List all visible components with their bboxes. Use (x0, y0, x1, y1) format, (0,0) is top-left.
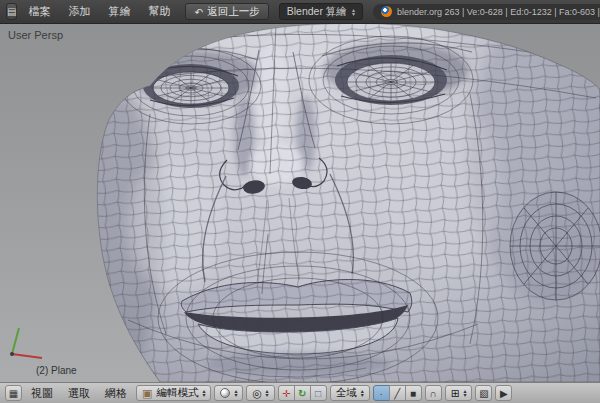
info-editor-icon: ▤ (7, 6, 16, 17)
select-mode-toggles: ∙ ╱ ■ (373, 385, 422, 401)
edit-mode-icon: ▣ (142, 387, 152, 400)
chevron-updown-icon: ▴▾ (463, 389, 466, 397)
opengl-render-anim-button[interactable]: ▶ (495, 385, 512, 401)
model-head-wireframe[interactable] (0, 24, 600, 382)
face-select-button[interactable]: ■ (405, 385, 422, 401)
scene-stats: blender.org 263 | Ve:0-628 | Ed:0-1232 |… (373, 4, 600, 20)
scene-stats-text: blender.org 263 | Ve:0-628 | Ed:0-1232 |… (397, 7, 600, 17)
viewport-3d: User Persp (2) Plane (0, 24, 600, 382)
pivot-icon: ◎ (252, 387, 261, 399)
render-anim-icon: ▶ (500, 388, 508, 399)
render-image-icon: ▧ (479, 388, 488, 399)
mode-select[interactable]: ▣ 編輯模式 ▴▾ (136, 385, 211, 401)
opengl-render-button[interactable]: ▧ (475, 385, 492, 401)
shading-sphere-icon (220, 388, 230, 398)
menu-mesh[interactable]: 網格 (99, 383, 133, 403)
view-perspective-label: User Persp (8, 29, 63, 41)
snap-element-icon: ⊞ (451, 387, 460, 399)
menu-add[interactable]: 添加 (61, 1, 97, 22)
orientation-value: 全域 (336, 386, 357, 400)
render-engine-value: Blender 算繪 (287, 5, 347, 19)
face-select-icon: ■ (410, 388, 416, 399)
scale-manipulator-button[interactable]: □ (310, 385, 327, 401)
scale-icon: □ (315, 388, 321, 399)
chevron-updown-icon: ▴▾ (361, 389, 364, 397)
info-editor-type-button[interactable]: ▤ (6, 3, 17, 20)
snap-toggle-button[interactable]: ∩ (425, 385, 442, 401)
undo-icon: ↶ (194, 6, 203, 18)
menu-select[interactable]: 選取 (62, 383, 96, 403)
translate-manipulator-button[interactable]: ✛ (278, 385, 295, 401)
chevron-updown-icon: ▴▾ (352, 8, 355, 16)
viewport-header-bar: ▦ 視圖 選取 網格 ▣ 編輯模式 ▴▾ ▴▾ ◎ ▴▾ ✛ (0, 382, 600, 403)
render-engine-select[interactable]: Blender 算繪 ▴▾ (279, 3, 363, 20)
pivot-point-select[interactable]: ◎ ▴▾ (246, 385, 274, 401)
rotate-manipulator-button[interactable]: ↻ (294, 385, 311, 401)
edge-select-button[interactable]: ╱ (389, 385, 406, 401)
snap-element-select[interactable]: ⊞ ▴▾ (445, 385, 473, 401)
edge-select-icon: ╱ (394, 388, 400, 399)
magnet-icon: ∩ (430, 388, 437, 399)
manipulator-toggles: ✛ ↻ □ (278, 385, 327, 401)
top-menu-bar: ▤ 檔案 添加 算繪 幫助 ↶ 返回上一步 Blender 算繪 ▴▾ blen… (0, 0, 600, 24)
undo-button[interactable]: ↶ 返回上一步 (185, 3, 268, 20)
axis-gizmo (4, 324, 48, 368)
active-object-label: (2) Plane (36, 365, 77, 376)
vertex-select-button[interactable]: ∙ (373, 385, 390, 401)
undo-button-label: 返回上一步 (207, 5, 260, 19)
editor-type-icon: ▦ (9, 388, 18, 399)
blender-window: ▤ 檔案 添加 算繪 幫助 ↶ 返回上一步 Blender 算繪 ▴▾ blen… (0, 0, 600, 403)
menu-view[interactable]: 視圖 (25, 383, 59, 403)
translate-icon: ✛ (282, 388, 290, 399)
menu-help[interactable]: 幫助 (141, 1, 177, 22)
orientation-select[interactable]: 全域 ▴▾ (330, 385, 370, 401)
mode-select-value: 編輯模式 (156, 386, 198, 400)
editor-type-button[interactable]: ▦ (5, 385, 22, 401)
rotate-icon: ↻ (298, 388, 306, 399)
viewport-shading-select[interactable]: ▴▾ (214, 385, 243, 401)
chevron-updown-icon: ▴▾ (202, 389, 205, 397)
chevron-updown-icon: ▴▾ (234, 389, 237, 397)
vertex-select-icon: ∙ (380, 388, 383, 399)
menu-file[interactable]: 檔案 (21, 1, 57, 22)
menu-render[interactable]: 算繪 (101, 1, 137, 22)
chevron-updown-icon: ▴▾ (266, 389, 269, 397)
blender-logo-icon (381, 6, 392, 17)
